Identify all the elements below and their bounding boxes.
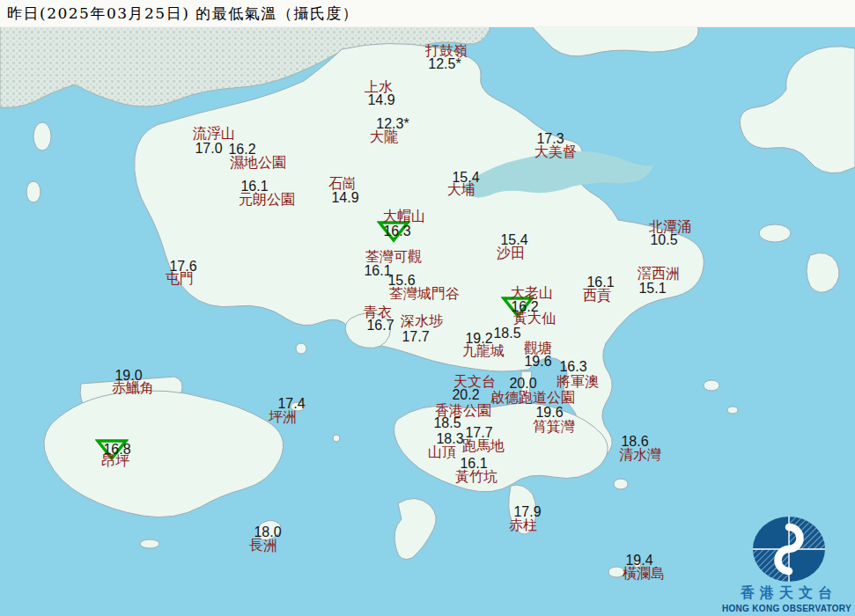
station-name: 赤柱	[509, 517, 537, 535]
logo-name-english: HONG KONG OBSERVATORY	[722, 604, 851, 613]
station-name: 流浮山	[193, 125, 235, 143]
station-name: 大隴	[370, 128, 398, 147]
station-name: 觀塘	[524, 340, 552, 358]
station-name: 滘西洲	[638, 265, 680, 283]
station-name: 沙田	[497, 245, 525, 263]
station-name: 黃大仙	[513, 310, 556, 328]
kau-yi-chau-islet	[333, 435, 340, 442]
small-island	[727, 407, 738, 414]
station-name: 坪洲	[269, 408, 297, 427]
deep-bay-islet	[33, 122, 51, 150]
station-name: 青衣	[364, 304, 392, 322]
station-name: 跑馬地	[462, 437, 505, 456]
station-name: 大埔	[447, 181, 475, 200]
station-name: 九龍城	[462, 342, 505, 361]
station-name: 大美督	[534, 143, 577, 162]
station-name: 長洲	[249, 537, 277, 555]
hko-logo: 香港天文台 HONG KONG OBSERVATORY	[722, 516, 851, 613]
station-name: 清水灣	[619, 446, 661, 465]
logo-name-chinese: 香港天文台	[727, 584, 851, 603]
station-name: 將軍澳	[556, 373, 599, 392]
deep-bay-islet	[26, 181, 41, 202]
station-name: 黃竹坑	[455, 468, 498, 487]
station-name: 昂坪	[101, 452, 129, 471]
station-name: 打鼓嶺	[425, 42, 468, 61]
station-name: 山頂	[428, 444, 456, 462]
station-name: 赤鱲角	[112, 379, 154, 398]
station-name: 元朗公園	[239, 191, 295, 209]
station-value: 18.5	[493, 326, 520, 341]
station-name: 荃灣城門谷	[389, 285, 460, 304]
station-name: 橫瀾島	[623, 565, 665, 583]
station-value: 17.7	[402, 329, 429, 345]
station-name: 筲箕灣	[533, 418, 575, 436]
station-name: 屯門	[166, 270, 194, 289]
station-name: 濕地公園	[230, 154, 286, 172]
station-value: 17.0	[195, 141, 222, 157]
east-sea-island	[759, 224, 791, 242]
east-sea-island	[807, 253, 839, 292]
soko-islands	[140, 539, 159, 548]
min-temperature-map: 昨日(2025年03月25日) 的最低氣溫（攝氏度） 12.5*打鼓嶺14.9上…	[0, 0, 855, 616]
station-name: 西貢	[583, 287, 611, 305]
title-bar: 昨日(2025年03月25日) 的最低氣溫（攝氏度）	[0, 0, 855, 27]
tung-lung-island	[614, 479, 628, 489]
station-name: 大帽山	[383, 208, 425, 226]
station-name: 北潭涌	[649, 218, 691, 237]
station-value: 15.1	[638, 281, 666, 297]
small-island	[704, 380, 719, 391]
station-name: 香港公園	[435, 402, 491, 421]
station-name: 大老山	[511, 284, 553, 303]
station-name: 荃灣可觀	[365, 248, 422, 267]
ma-wan-island	[296, 343, 306, 354]
station-name: 天文台	[453, 373, 496, 392]
page-title: 昨日(2025年03月25日) 的最低氣溫（攝氏度）	[0, 0, 855, 26]
station-name: 石崗	[328, 175, 357, 194]
hko-emblem-icon	[722, 516, 851, 584]
station-name: 上水	[365, 78, 393, 97]
station-name: 深水埗	[401, 312, 443, 331]
station-value: 16.3	[383, 224, 410, 239]
